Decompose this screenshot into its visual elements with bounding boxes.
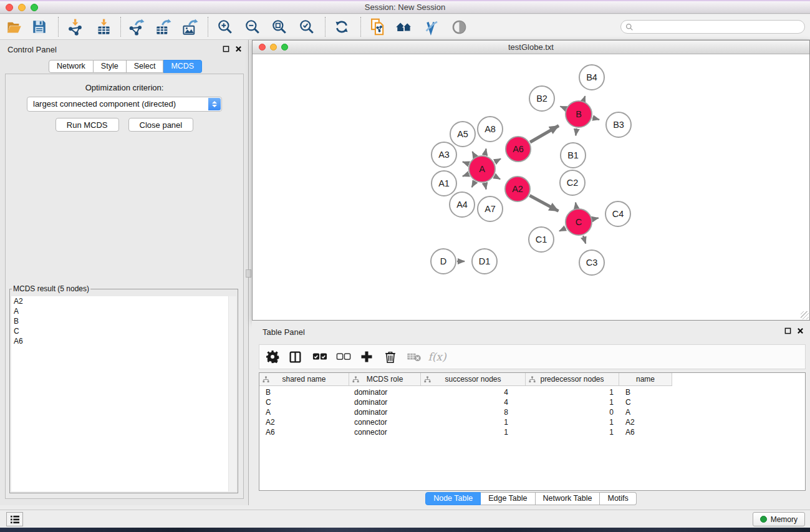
close-panel-button[interactable]: Close panel (128, 118, 194, 132)
graph-edge[interactable] (473, 152, 475, 157)
graph-edge[interactable] (463, 162, 469, 164)
graph-edge[interactable] (472, 181, 475, 187)
table-row[interactable]: Bdominator41B (259, 387, 805, 397)
show-column-button[interactable] (284, 346, 306, 367)
zoom-selected-button[interactable] (295, 16, 319, 38)
graph-edge[interactable] (576, 128, 577, 136)
graph-edge[interactable] (494, 176, 500, 179)
open-session-button[interactable] (2, 16, 26, 38)
node-table[interactable]: shared nameMCDS rolesuccessor nodesprede… (259, 372, 806, 491)
network-window-titlebar: testGlobe.txt (253, 41, 809, 54)
network-minimize-button[interactable] (270, 44, 277, 51)
refresh-view-button[interactable] (330, 16, 354, 38)
table-row[interactable]: A6connector11A6 (259, 427, 805, 437)
tab-node-table[interactable]: Node Table (425, 492, 481, 505)
graph-edge[interactable] (529, 196, 558, 211)
graph-edge[interactable] (584, 96, 586, 100)
clone-network-button[interactable] (366, 16, 390, 38)
import-network-button[interactable] (63, 16, 87, 38)
graph-edge[interactable] (576, 203, 576, 208)
close-panel-icon[interactable] (235, 46, 242, 52)
graph-edge[interactable] (592, 118, 599, 120)
zoom-out-button[interactable] (241, 16, 264, 38)
minimize-window-button[interactable] (18, 4, 26, 11)
graph-edge[interactable] (561, 107, 566, 109)
search-input[interactable] (634, 21, 804, 32)
export-image-button[interactable] (178, 16, 201, 38)
mcds-list-scrollbar[interactable] (228, 296, 236, 491)
graph-edge[interactable] (583, 236, 586, 244)
graph-edge[interactable] (559, 228, 566, 231)
float-table-panel-icon[interactable] (784, 327, 791, 334)
table-row[interactable]: Cdominator41C (259, 397, 805, 407)
table-cell: B (259, 387, 349, 397)
column-type-icon (529, 376, 536, 383)
network-graph[interactable]: AA1A2A3A4A5A6A7A8BB1B2B3B4CC1C2C3C4DD1 (253, 55, 809, 321)
float-panel-icon[interactable] (223, 46, 229, 52)
delete-table-button[interactable] (403, 346, 425, 367)
hide-toggle-button[interactable] (419, 16, 443, 38)
main-toolbar (0, 15, 810, 40)
mcds-result-item[interactable]: A2 (11, 296, 236, 306)
column-header[interactable]: successor nodes (421, 373, 526, 385)
tab-network[interactable]: Network (49, 60, 94, 73)
mcds-result-item[interactable]: A (11, 306, 236, 316)
vertical-splitter-grip[interactable] (246, 269, 251, 278)
unselect-all-button[interactable] (333, 346, 354, 367)
graph-edge[interactable] (485, 183, 486, 190)
import-table-button[interactable] (92, 16, 115, 38)
close-window-button[interactable] (6, 4, 13, 11)
run-mcds-button[interactable]: Run MCDS (55, 118, 119, 132)
window-resize-grip[interactable] (801, 311, 809, 319)
tab-motifs[interactable]: Motifs (600, 492, 636, 505)
select-all-button[interactable] (309, 346, 330, 367)
column-header[interactable]: predecessor nodes (526, 373, 619, 385)
column-header[interactable]: shared name (259, 373, 349, 385)
delete-row-button[interactable] (380, 346, 401, 367)
table-options-button[interactable] (262, 346, 283, 367)
graph-edge[interactable] (593, 218, 599, 220)
refresh-icon (334, 19, 350, 35)
table-row[interactable]: A2connector11A2 (259, 417, 805, 427)
table-panel: Table Panel (252, 321, 810, 505)
network-canvas[interactable]: AA1A2A3A4A5A6A7A8BB1B2B3B4CC1C2C3C4DD1 (253, 55, 809, 320)
tab-network-table[interactable]: Network Table (536, 492, 600, 505)
network-close-button[interactable] (259, 44, 266, 51)
zoom-fit-button[interactable] (268, 16, 291, 38)
zoom-in-button[interactable] (213, 16, 237, 38)
eye-button[interactable] (447, 16, 471, 38)
memory-button[interactable]: Memory (753, 512, 805, 526)
column-header[interactable]: MCDS role (349, 373, 421, 385)
import-network-icon (67, 19, 84, 36)
tab-mcds[interactable]: MCDS (163, 60, 202, 73)
save-session-button[interactable] (27, 16, 51, 38)
graph-edge[interactable] (463, 174, 469, 177)
export-network-button[interactable] (124, 16, 148, 38)
tab-select[interactable]: Select (127, 60, 164, 73)
mcds-result-item[interactable]: A6 (11, 336, 236, 346)
network-zoom-button[interactable] (281, 44, 288, 51)
mcds-result-item[interactable]: C (11, 326, 236, 336)
table-cell: 1 (421, 417, 526, 427)
mcds-result-item[interactable]: B (11, 316, 236, 326)
zoom-window-button[interactable] (31, 4, 38, 11)
table-row[interactable]: Adominator80A (259, 407, 805, 417)
mcds-result-group: MCDS result (5 nodes) A2ABCA6 (9, 284, 238, 493)
graph-edge[interactable] (485, 148, 486, 155)
column-type-icon (263, 376, 269, 383)
home-button[interactable] (392, 16, 416, 38)
graph-edge[interactable] (530, 126, 559, 143)
column-header[interactable]: name (619, 373, 672, 385)
add-row-button[interactable] (356, 346, 377, 367)
tab-style[interactable]: Style (94, 60, 127, 73)
export-table-button[interactable] (151, 16, 175, 38)
task-history-button[interactable] (6, 512, 23, 526)
function-builder-button[interactable]: f(x) (427, 346, 448, 367)
table-cell: dominator (349, 407, 421, 417)
graph-edge[interactable] (494, 159, 501, 162)
close-table-panel-icon[interactable] (797, 327, 804, 334)
tab-edge-table[interactable]: Edge Table (481, 492, 535, 505)
table-cell: 1 (526, 387, 619, 397)
columns-icon (289, 351, 302, 364)
criterion-select[interactable]: largest connected component (directed) (27, 97, 222, 112)
